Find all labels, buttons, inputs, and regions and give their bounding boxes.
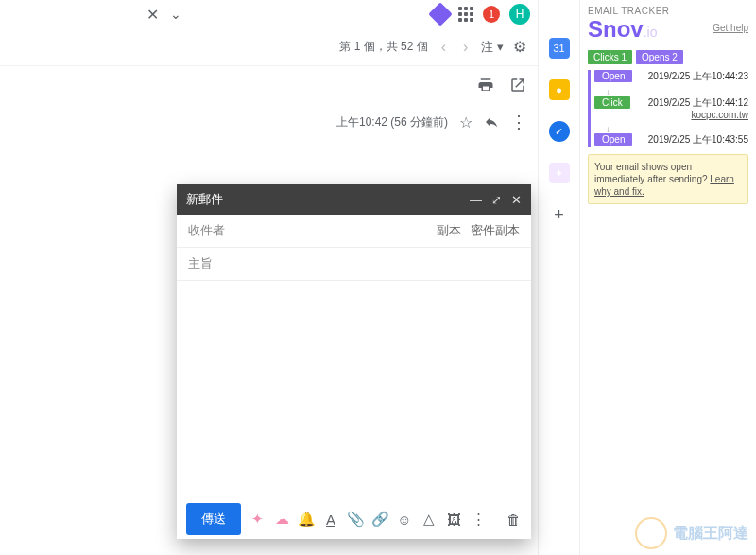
- top-bar: ✕ ⌄ 1 H: [0, 0, 538, 28]
- subject-label: 主旨: [188, 255, 213, 272]
- event-list: Open 2019/2/25 上午10:44:23 ↓ Click 2019/2…: [588, 70, 748, 147]
- open-new-icon[interactable]: [509, 77, 526, 94]
- attach-icon[interactable]: 📎: [347, 511, 364, 528]
- event-row: Open 2019/2/25 上午10:44:23: [594, 70, 748, 83]
- notifications-badge[interactable]: 1: [483, 6, 500, 23]
- mail-actions-bar: [0, 66, 538, 104]
- more-menu-icon[interactable]: ⋮: [510, 112, 526, 132]
- tip-box: Your email shows open immediately after …: [588, 154, 748, 204]
- side-rail: 31 ● ✓ ✦ +: [539, 0, 580, 555]
- event-row: Open 2019/2/25 上午10:43:55: [594, 133, 748, 147]
- watermark-face-icon: [635, 517, 667, 549]
- reply-icon[interactable]: [484, 114, 499, 130]
- subject-row[interactable]: 主旨: [177, 248, 531, 281]
- clicks-badge[interactable]: Clicks 1: [588, 50, 632, 64]
- snov-addon-icon[interactable]: ✦: [549, 163, 570, 183]
- extension1-icon[interactable]: ✦: [249, 511, 266, 528]
- link-icon[interactable]: 🔗: [371, 511, 388, 528]
- cc-link[interactable]: 副本: [437, 222, 461, 239]
- close-icon[interactable]: ✕: [146, 6, 159, 24]
- bell-icon[interactable]: 🔔: [298, 511, 315, 528]
- compose-title: 新郵件: [186, 191, 223, 208]
- mail-nav-bar: 第 1 個，共 52 個 ‹ › 注 ▾ ⚙: [0, 28, 538, 66]
- event-type-badge: Open: [594, 70, 632, 82]
- chevron-down-icon[interactable]: ⌄: [170, 7, 181, 22]
- mail-meta-row: 上午10:42 (56 分鐘前) ☆ ⋮: [0, 104, 538, 140]
- compose-toolbar: 傳送 ✦ ☁ 🔔 A 📎 🔗 ☺ △ 🖼 ⋮ 🗑: [177, 499, 531, 539]
- tasks-icon[interactable]: ✓: [549, 121, 570, 142]
- calendar-icon[interactable]: 31: [549, 38, 570, 59]
- settings-gear-icon[interactable]: ⚙: [513, 38, 526, 56]
- bcc-link[interactable]: 密件副本: [471, 222, 520, 239]
- print-icon[interactable]: [477, 77, 494, 94]
- event-type-badge: Click: [594, 96, 630, 109]
- watermark-text: 電腦王阿達: [673, 524, 748, 544]
- more-icon[interactable]: ⋮: [470, 511, 487, 528]
- get-help-link[interactable]: Get help: [713, 23, 748, 33]
- close-icon[interactable]: ✕: [511, 193, 522, 207]
- opens-badge[interactable]: Opens 2: [636, 50, 683, 64]
- tracker-panel: EMAIL TRACKER Snov.io Get help Clicks 1 …: [580, 0, 756, 555]
- event-type-badge: Open: [594, 133, 632, 146]
- event-row: Click 2019/2/25 上午10:44:12 kocpc.com.tw: [594, 96, 748, 120]
- compose-window: 新郵件 — ⤢ ✕ 收件者 副本 密件副本 主旨 傳送 ✦ ☁ 🔔 A 📎 🔗 …: [177, 184, 531, 539]
- send-button[interactable]: 傳送: [186, 503, 241, 535]
- event-timestamp: 2019/2/25 上午10:44:23: [638, 70, 748, 83]
- account-avatar[interactable]: H: [509, 4, 530, 25]
- to-label: 收件者: [188, 222, 225, 239]
- mail-timestamp: 上午10:42 (56 分鐘前): [336, 114, 448, 130]
- trash-icon[interactable]: 🗑: [505, 511, 522, 528]
- prev-arrow-icon[interactable]: ‹: [438, 39, 450, 56]
- extension-icon[interactable]: [428, 2, 452, 26]
- emoji-icon[interactable]: ☺: [396, 511, 413, 528]
- next-arrow-icon[interactable]: ›: [459, 39, 472, 56]
- star-icon[interactable]: ☆: [459, 113, 472, 131]
- stats-row: Clicks 1 Opens 2: [588, 50, 748, 64]
- drive-icon[interactable]: △: [421, 511, 438, 528]
- event-timestamp: 2019/2/25 上午10:44:12: [636, 96, 748, 110]
- format-icon[interactable]: A: [322, 511, 339, 528]
- watermark: 電腦王阿達: [635, 517, 748, 549]
- tracker-heading: EMAIL TRACKER: [588, 6, 748, 16]
- recipients-row[interactable]: 收件者 副本 密件副本: [177, 215, 531, 248]
- main-area: ✕ ⌄ 1 H 第 1 個，共 52 個 ‹ › 注 ▾ ⚙ 上午10:42 (…: [0, 0, 539, 555]
- event-timestamp: 2019/2/25 上午10:43:55: [638, 133, 748, 147]
- image-icon[interactable]: 🖼: [445, 511, 462, 528]
- extension2-icon[interactable]: ☁: [273, 511, 290, 528]
- input-method-button[interactable]: 注 ▾: [481, 39, 504, 56]
- expand-icon[interactable]: ⤢: [491, 193, 502, 207]
- position-text: 第 1 個，共 52 個: [339, 39, 427, 55]
- keep-icon[interactable]: ●: [549, 79, 570, 100]
- compose-header[interactable]: 新郵件 — ⤢ ✕: [177, 184, 531, 215]
- minimize-icon[interactable]: —: [470, 193, 482, 207]
- add-addon-icon[interactable]: +: [549, 204, 570, 225]
- apps-grid-icon[interactable]: [458, 7, 473, 22]
- compose-body[interactable]: [177, 281, 531, 499]
- event-link[interactable]: kocpc.com.tw: [636, 110, 748, 120]
